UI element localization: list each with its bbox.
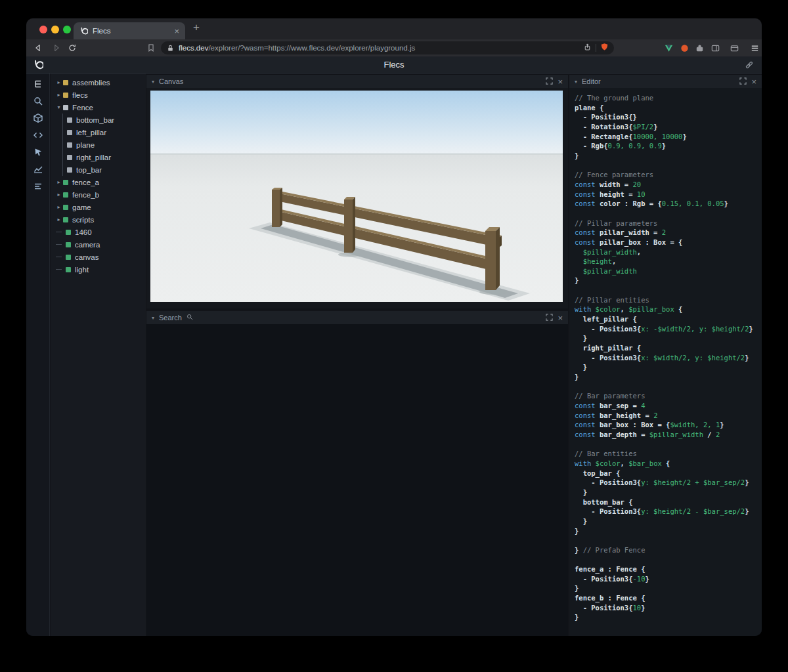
search-magnifier-icon — [186, 314, 193, 322]
search-icon[interactable] — [33, 96, 43, 106]
3d-viewport[interactable] — [150, 91, 563, 302]
tree-item-label: flecs — [72, 91, 88, 99]
code-line: // Bar entities — [575, 449, 762, 459]
editor-panel-header[interactable]: ▾ Editor × — [569, 75, 762, 88]
entities-cube-icon[interactable] — [33, 113, 43, 123]
entity-kind-dot — [63, 205, 68, 210]
wallet-icon[interactable] — [729, 43, 739, 53]
close-panel-icon[interactable]: × — [558, 314, 563, 322]
expand-arrow-icon[interactable]: ▾ — [55, 104, 63, 110]
collapse-chevron-icon[interactable]: ▾ — [575, 79, 577, 85]
tree-item-fence_b[interactable]: ▸fence_b — [51, 188, 146, 201]
url-path: /explorer/?wasm=https://www.flecs.dev/ex… — [208, 44, 415, 52]
entity-tree-icon[interactable] — [33, 79, 43, 89]
tree-item-1460[interactable]: 1460 — [51, 226, 146, 238]
code-line: const bar_depth = $pillar_width / 2 — [575, 430, 762, 440]
tree-item-label: scripts — [72, 216, 94, 224]
brave-shield-icon[interactable] — [600, 42, 609, 54]
extensions-puzzle-icon[interactable] — [694, 43, 705, 53]
entity-kind-dot — [66, 267, 71, 272]
expand-panel-icon[interactable] — [739, 77, 747, 86]
share-button[interactable] — [583, 42, 592, 54]
tree-item-Fence[interactable]: ▾Fence — [51, 101, 146, 114]
code-line: } — [575, 516, 762, 526]
url-text: flecs.dev/explorer/?wasm=https://www.fle… — [179, 44, 579, 52]
code-line: with $color, $pillar_box { — [575, 304, 762, 314]
horizon-line — [150, 153, 563, 155]
code-line: top_bar { — [575, 469, 762, 478]
tree-item-plane[interactable]: plane — [51, 138, 146, 151]
inspect-cursor-icon[interactable] — [33, 147, 43, 158]
expand-arrow-icon[interactable]: ▸ — [55, 79, 63, 85]
entity-kind-dot — [66, 242, 71, 247]
close-panel-icon[interactable]: × — [751, 77, 756, 86]
stats-icon[interactable] — [33, 181, 43, 192]
tree-item-top_bar[interactable]: top_bar — [51, 163, 146, 176]
expand-arrow-icon[interactable]: ▸ — [55, 92, 63, 98]
flecs-explorer-app: ▸assemblies▸flecs▾Fencebottom_barleft_pi… — [26, 74, 762, 636]
tree-item-game[interactable]: ▸game — [51, 201, 146, 213]
browser-menu-icon[interactable] — [749, 43, 760, 53]
tree-item-right_pillar[interactable]: right_pillar — [51, 151, 146, 163]
code-line: const pillar_box : Box = { — [575, 238, 762, 247]
tree-item-label: plane — [76, 141, 95, 149]
code-icon[interactable] — [33, 130, 43, 140]
collapse-chevron-icon[interactable]: ▾ — [152, 315, 154, 321]
share-link-icon[interactable] — [745, 60, 754, 72]
tree-item-bottom_bar[interactable]: bottom_bar — [51, 114, 146, 126]
tree-item-camera[interactable]: camera — [51, 238, 146, 251]
expand-arrow-icon[interactable]: ▸ — [55, 217, 63, 222]
new-tab-button[interactable]: + — [193, 21, 200, 34]
window-close-button[interactable] — [39, 26, 47, 33]
code-line: const bar_box : Box = {$width, 2, 1} — [575, 420, 762, 430]
tab-close-icon[interactable]: × — [174, 27, 179, 35]
tree-item-canvas[interactable]: canvas — [51, 251, 146, 263]
code-line: const height = 10 — [575, 190, 762, 200]
chart-icon[interactable] — [33, 164, 43, 175]
tree-item-label: assemblies — [72, 79, 110, 87]
sidebar-toggle-icon[interactable] — [710, 43, 720, 53]
tree-item-fence_a[interactable]: ▸fence_a — [51, 176, 146, 188]
tree-item-left_pillar[interactable]: left_pillar — [51, 126, 146, 138]
fence-center-pillar — [344, 197, 355, 253]
code-line: fence_a : Fence { — [575, 564, 762, 574]
expand-arrow-icon[interactable]: ▸ — [55, 192, 63, 198]
reload-button[interactable] — [67, 43, 77, 53]
code-line: right_pillar { — [575, 343, 762, 353]
address-bar[interactable]: flecs.dev/explorer/?wasm=https://www.fle… — [161, 41, 614, 54]
code-line: } — [575, 372, 762, 382]
expand-panel-icon[interactable] — [546, 77, 553, 86]
tree-item-light[interactable]: light — [51, 263, 146, 276]
expand-panel-icon[interactable] — [546, 314, 553, 322]
tree-item-scripts[interactable]: ▸scripts — [51, 213, 146, 226]
canvas-panel-header[interactable]: ▾ Canvas × — [146, 75, 568, 88]
browser-toolbar: flecs.dev/explorer/?wasm=https://www.fle… — [26, 39, 762, 56]
extension-dot-icon[interactable] — [679, 43, 690, 53]
entity-kind-dot — [63, 105, 68, 110]
extension-vue-icon[interactable] — [663, 43, 674, 53]
canvas-panel-body — [146, 88, 568, 308]
back-button[interactable] — [33, 43, 43, 53]
code-line: const pillar_width = 2 — [575, 228, 762, 238]
tree-item-flecs[interactable]: ▸flecs — [51, 89, 146, 101]
search-panel-body[interactable] — [146, 324, 568, 636]
window-zoom-button[interactable] — [63, 26, 71, 33]
expand-arrow-icon[interactable]: ▸ — [55, 179, 63, 185]
close-panel-icon[interactable]: × — [558, 77, 563, 86]
code-line — [575, 382, 762, 392]
forward-button[interactable] — [51, 43, 62, 53]
tree-item-label: game — [72, 203, 91, 211]
collapse-chevron-icon[interactable]: ▾ — [152, 79, 154, 85]
bookmark-sidebar-icon[interactable] — [146, 43, 156, 53]
code-editor[interactable]: // The ground planeplane { - Position3{}… — [569, 88, 762, 636]
entity-kind-dot — [67, 130, 72, 135]
tree-item-assemblies[interactable]: ▸assemblies — [51, 76, 146, 89]
window-minimize-button[interactable] — [51, 26, 59, 33]
browser-tab[interactable]: Flecs × — [74, 22, 185, 39]
tree-item-label: camera — [75, 241, 100, 249]
search-panel-header[interactable]: ▾ Search × — [146, 311, 568, 324]
code-line: // Pillar entities — [575, 295, 762, 305]
entity-tree: ▸assemblies▸flecs▾Fencebottom_barleft_pi… — [51, 74, 146, 636]
canvas-panel-title: Canvas — [159, 77, 183, 85]
expand-arrow-icon[interactable]: ▸ — [55, 204, 63, 210]
